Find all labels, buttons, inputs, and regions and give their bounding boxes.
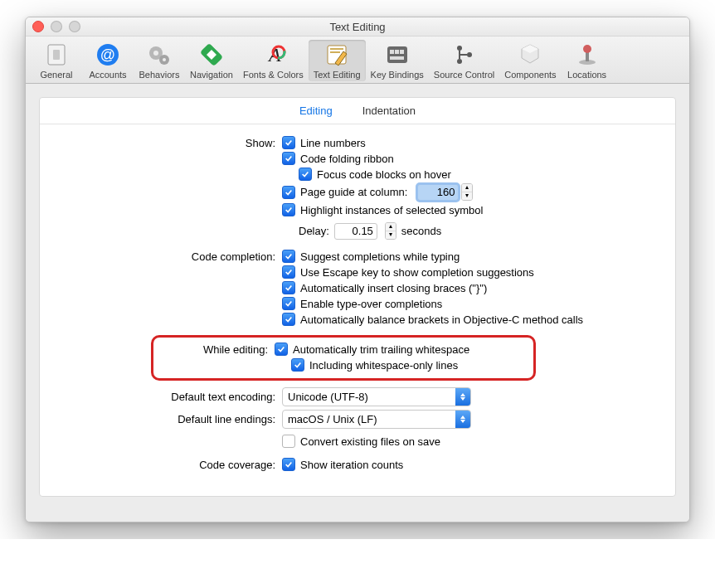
svg-rect-15 <box>387 46 407 63</box>
settings-panel: Editing Indentation Show: Line numbers C <box>39 97 676 497</box>
close-button[interactable] <box>32 21 44 32</box>
at-icon: @ <box>95 41 121 68</box>
line-endings-value: macOS / Unix (LF) <box>283 413 455 425</box>
while-editing-highlight: While editing: Automatically trim traili… <box>151 335 536 381</box>
braces-label: Automatically insert closing braces ("}"… <box>300 282 487 294</box>
encoding-value: Unicode (UTF-8) <box>283 391 455 403</box>
svg-rect-17 <box>395 50 399 54</box>
checkbox-highlight-symbol[interactable] <box>282 203 295 216</box>
svg-point-21 <box>457 59 462 64</box>
locations-icon <box>574 41 601 68</box>
coverage-label: Code coverage: <box>65 458 282 471</box>
svg-point-20 <box>457 46 462 51</box>
delay-field[interactable] <box>334 223 377 240</box>
line-endings-label: Default line endings: <box>65 412 282 425</box>
svg-point-22 <box>467 52 472 57</box>
checkbox-focus-hover[interactable] <box>299 168 312 181</box>
page-guide-label: Page guide at column: <box>300 186 407 198</box>
tab-label: Fonts & Colors <box>243 70 304 80</box>
preferences-window: Text Editing General @ Accounts Behavior… <box>25 17 690 522</box>
tab-label: Components <box>504 70 556 80</box>
delay-label: Delay: <box>299 225 329 237</box>
svg-rect-1 <box>53 50 60 60</box>
suggest-label: Suggest completions while typing <box>300 250 460 263</box>
tab-navigation[interactable]: Navigation <box>185 40 238 81</box>
tab-label: Locations <box>567 70 606 80</box>
svg-point-25 <box>583 45 591 53</box>
including-whitespace-label: Including whitespace-only lines <box>309 359 458 372</box>
tab-locations[interactable]: Locations <box>562 40 613 81</box>
gears-icon <box>146 41 173 68</box>
checkbox-suggest[interactable] <box>282 250 295 263</box>
line-endings-select[interactable]: macOS / Unix (LF) <box>282 410 471 429</box>
highlight-symbol-label: Highlight instances of selected symbol <box>300 204 483 216</box>
svg-rect-16 <box>390 50 394 54</box>
page-guide-column-field[interactable] <box>417 184 459 201</box>
checkbox-typeover[interactable] <box>282 297 295 310</box>
tab-components[interactable]: Components <box>499 40 561 81</box>
checkbox-including-whitespace-lines[interactable] <box>291 358 304 372</box>
svg-text:@: @ <box>100 46 115 63</box>
select-arrows-icon <box>455 411 470 428</box>
while-editing-label: While editing: <box>153 343 275 372</box>
window-title: Text Editing <box>329 21 385 33</box>
checkbox-balance[interactable] <box>282 313 295 326</box>
svg-rect-13 <box>330 48 343 50</box>
tab-label: Source Control <box>434 70 494 80</box>
checkbox-iteration-counts[interactable] <box>282 458 295 471</box>
source-control-icon <box>451 41 478 68</box>
navigation-icon <box>198 41 225 68</box>
checkbox-trim-whitespace[interactable] <box>275 343 288 356</box>
checkbox-code-folding[interactable] <box>282 152 295 165</box>
zoom-button[interactable] <box>69 21 80 32</box>
focus-hover-label: Focus code blocks on hover <box>317 168 451 181</box>
line-numbers-label: Line numbers <box>300 137 366 149</box>
checkbox-convert-existing[interactable] <box>282 435 295 448</box>
completion-label: Code completion: <box>65 250 282 263</box>
subtab-indentation[interactable]: Indentation <box>362 104 416 117</box>
encoding-label: Default text encoding: <box>65 390 282 403</box>
tab-fonts-colors[interactable]: A Fonts & Colors <box>238 40 309 81</box>
tab-source-control[interactable]: Source Control <box>429 40 499 81</box>
minimize-button[interactable] <box>51 21 62 32</box>
traffic-lights <box>32 21 80 32</box>
tab-label: General <box>40 70 72 80</box>
delay-stepper[interactable]: ▴▾ <box>385 222 396 240</box>
svg-rect-19 <box>390 56 404 60</box>
escape-label: Use Escape key to show completion sugges… <box>300 266 534 279</box>
tab-accounts[interactable]: @ Accounts <box>82 40 134 81</box>
fonts-colors-icon: A <box>260 41 286 68</box>
titlebar: Text Editing <box>26 17 689 36</box>
iteration-counts-label: Show iteration counts <box>300 459 403 471</box>
tab-label: Text Editing <box>314 70 361 80</box>
tab-label: Accounts <box>89 70 126 80</box>
tab-label: Behaviors <box>139 70 180 80</box>
show-label: Show: <box>65 136 282 149</box>
page-guide-stepper[interactable]: ▴▾ <box>461 183 473 201</box>
svg-point-7 <box>163 58 166 61</box>
checkbox-page-guide[interactable] <box>282 186 295 199</box>
key-bindings-icon <box>384 41 411 68</box>
typeover-label: Enable type-over completions <box>300 298 442 310</box>
checkbox-escape[interactable] <box>282 265 295 279</box>
general-icon <box>43 41 70 68</box>
trim-whitespace-label: Automatically trim trailing whitespace <box>293 343 469 356</box>
components-icon <box>517 41 543 68</box>
subtab-editing[interactable]: Editing <box>299 104 333 117</box>
text-editing-icon <box>323 41 350 68</box>
segmented-tabs: Editing Indentation <box>40 98 675 124</box>
svg-rect-14 <box>330 51 340 53</box>
tab-behaviors[interactable]: Behaviors <box>134 40 185 81</box>
checkbox-line-numbers[interactable] <box>282 136 295 149</box>
select-arrows-icon <box>455 388 470 406</box>
svg-rect-18 <box>400 50 404 54</box>
tab-label: Navigation <box>190 70 233 80</box>
svg-point-5 <box>153 51 158 56</box>
tab-label: Key Bindings <box>371 70 424 80</box>
tab-text-editing[interactable]: Text Editing <box>309 40 366 81</box>
tab-general[interactable]: General <box>31 40 82 81</box>
checkbox-braces[interactable] <box>282 281 295 294</box>
tab-key-bindings[interactable]: Key Bindings <box>366 40 429 81</box>
delay-unit: seconds <box>401 225 441 237</box>
encoding-select[interactable]: Unicode (UTF-8) <box>282 387 471 406</box>
